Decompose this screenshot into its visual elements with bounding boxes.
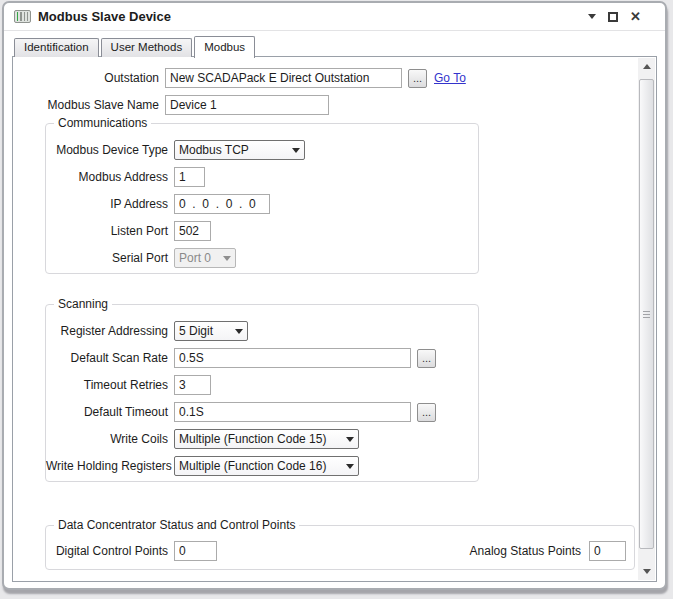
- tab-content-panel: Outstation ... Go To Modbus Slave Name C…: [12, 56, 657, 582]
- triangle-down-icon: [588, 14, 596, 19]
- slave-name-label: Modbus Slave Name: [25, 98, 159, 112]
- scroll-up-button[interactable]: [638, 58, 655, 75]
- chevron-down-icon: [235, 329, 243, 334]
- window-controls: ✕: [588, 11, 655, 23]
- default-timeout-label: Default Timeout: [46, 405, 168, 419]
- device-type-label: Modbus Device Type: [46, 143, 168, 157]
- close-icon: ✕: [630, 11, 641, 23]
- chevron-down-icon: [346, 437, 354, 442]
- analog-status-points-input[interactable]: [589, 541, 626, 561]
- outstation-label: Outstation: [25, 71, 159, 85]
- communications-group: Communications Modbus Device Type Modbus…: [45, 123, 479, 274]
- modbus-slave-device-window: Modbus Slave Device ✕ Identification Use…: [2, 1, 667, 590]
- ip-address-row: IP Address: [46, 194, 478, 214]
- digital-control-points-label: Digital Control Points: [46, 544, 168, 558]
- slave-name-input[interactable]: [165, 95, 329, 115]
- outstation-browse-button[interactable]: ...: [408, 69, 427, 88]
- analog-status-points-label: Analog Status Points: [470, 544, 581, 558]
- timeout-browse-button[interactable]: ...: [417, 403, 436, 422]
- title-bar: Modbus Slave Device ✕: [4, 3, 665, 31]
- triangle-down-icon: [643, 569, 651, 574]
- write-coils-row: Write Coils Multiple (Function Code 15): [46, 429, 478, 449]
- chevron-down-icon: [223, 256, 231, 261]
- close-button[interactable]: ✕: [630, 11, 641, 23]
- modbus-address-row: Modbus Address: [46, 167, 478, 187]
- concentrator-points-row: Digital Control Points Analog Status Poi…: [46, 541, 626, 561]
- tab-modbus[interactable]: Modbus: [194, 36, 255, 58]
- tab-strip: Identification User Methods Modbus: [14, 35, 257, 57]
- ip-address-label: IP Address: [46, 197, 168, 211]
- timeout-retries-label: Timeout Retries: [46, 378, 168, 392]
- scroll-down-button[interactable]: [638, 563, 655, 580]
- window-title: Modbus Slave Device: [38, 9, 171, 24]
- communications-group-title: Communications: [54, 116, 151, 130]
- chevron-down-icon: [346, 464, 354, 469]
- write-holding-registers-row: Write Holding Registers Multiple (Functi…: [46, 456, 478, 476]
- write-holding-registers-dropdown[interactable]: Multiple (Function Code 16): [174, 456, 359, 476]
- slave-name-row: Modbus Slave Name: [25, 95, 636, 115]
- modbus-form: Outstation ... Go To Modbus Slave Name C…: [13, 57, 636, 581]
- timeout-retries-row: Timeout Retries: [46, 375, 478, 395]
- chevron-down-icon: [292, 148, 300, 153]
- register-addressing-row: Register Addressing 5 Digit: [46, 321, 478, 341]
- tab-identification[interactable]: Identification: [14, 38, 99, 57]
- tab-user-methods[interactable]: User Methods: [101, 38, 193, 57]
- digital-control-points-input[interactable]: [174, 541, 217, 561]
- device-type-row: Modbus Device Type Modbus TCP: [46, 140, 478, 160]
- outstation-row: Outstation ... Go To: [25, 68, 636, 88]
- vertical-scrollbar[interactable]: [638, 58, 655, 580]
- listen-port-row: Listen Port: [46, 221, 478, 241]
- triangle-up-icon: [643, 64, 651, 69]
- modbus-address-input[interactable]: [174, 167, 205, 187]
- write-holding-registers-label: Write Holding Registers: [46, 459, 168, 473]
- serial-port-label: Serial Port: [46, 251, 168, 265]
- default-scan-rate-input[interactable]: [174, 348, 411, 368]
- scanning-group: Scanning Register Addressing 5 Digit Def…: [45, 304, 479, 482]
- modbus-device-icon: [14, 10, 31, 23]
- default-timeout-input[interactable]: [174, 402, 411, 422]
- window-menu-button[interactable]: [588, 11, 596, 23]
- register-addressing-dropdown[interactable]: 5 Digit: [174, 321, 248, 341]
- maximize-button[interactable]: [608, 11, 618, 23]
- default-timeout-row: Default Timeout ...: [46, 402, 478, 422]
- timeout-retries-input[interactable]: [174, 375, 211, 395]
- maximize-icon: [608, 12, 618, 22]
- goto-link[interactable]: Go To: [434, 71, 466, 85]
- serial-port-row: Serial Port Port 0: [46, 248, 478, 268]
- write-coils-dropdown[interactable]: Multiple (Function Code 15): [174, 429, 359, 449]
- serial-port-dropdown: Port 0: [174, 248, 236, 268]
- listen-port-input[interactable]: [174, 221, 211, 241]
- default-scan-rate-label: Default Scan Rate: [46, 351, 168, 365]
- register-addressing-label: Register Addressing: [46, 324, 168, 338]
- data-concentrator-group: Data Concentrator Status and Control Poi…: [45, 525, 635, 570]
- ip-address-input[interactable]: [174, 194, 270, 214]
- scanning-group-title: Scanning: [54, 297, 112, 311]
- data-concentrator-group-title: Data Concentrator Status and Control Poi…: [54, 518, 299, 532]
- default-scan-rate-row: Default Scan Rate ...: [46, 348, 478, 368]
- modbus-address-label: Modbus Address: [46, 170, 168, 184]
- scrollbar-thumb[interactable]: [639, 79, 654, 549]
- write-coils-label: Write Coils: [46, 432, 168, 446]
- scan-rate-browse-button[interactable]: ...: [417, 349, 436, 368]
- outstation-input[interactable]: [165, 68, 402, 88]
- listen-port-label: Listen Port: [46, 224, 168, 238]
- device-type-dropdown[interactable]: Modbus TCP: [174, 140, 305, 160]
